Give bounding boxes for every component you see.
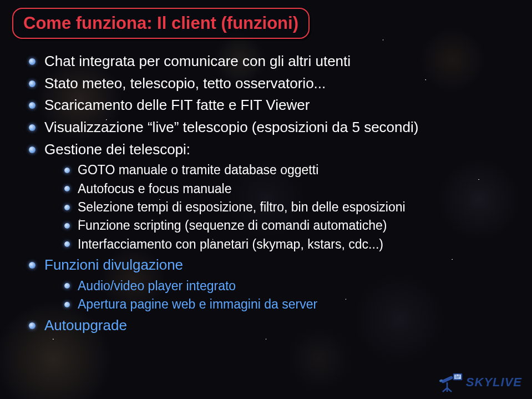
list-item-text: Scaricamento delle FIT fatte e FIT Viewe…	[44, 97, 310, 113]
bullet-list-level1: Chat integrata per comunicare con gli al…	[27, 51, 510, 336]
list-item-text: Autofocus e focus manuale	[78, 181, 231, 196]
list-item-text: Autoupgrade	[44, 317, 127, 334]
list-item-text: Selezione tempi di esposizione, filtro, …	[78, 200, 406, 214]
list-item-text: Visualizzazione “live” telescopio (espos…	[44, 119, 418, 135]
list-item: Scaricamento delle FIT fatte e FIT Viewe…	[27, 95, 510, 116]
list-item: Autoupgrade	[27, 315, 510, 336]
list-item-text: Gestione dei telescopi:	[44, 141, 190, 158]
telescope-icon	[439, 372, 463, 392]
list-item-text: Funzioni divulgazione	[44, 256, 183, 273]
bullet-list-level2: Audio/video player integrato Apertura pa…	[44, 277, 510, 314]
list-item: Gestione dei telescopi: GOTO manuale o t…	[27, 139, 510, 254]
list-item: Autofocus e focus manuale	[62, 180, 510, 198]
slide-title: Come funziona: Il client (funzioni)	[23, 13, 298, 33]
list-item: Funzione scripting (sequenze di comandi …	[62, 216, 510, 235]
list-item-text: Funzione scripting (sequenze di comandi …	[78, 218, 387, 233]
list-item-text: Chat integrata per comunicare con gli al…	[44, 53, 351, 69]
list-item: GOTO manuale o tramite database oggetti	[62, 161, 510, 179]
list-item: Interfacciamento con planetari (skymap, …	[62, 235, 510, 254]
list-item: Visualizzazione “live” telescopio (espos…	[27, 117, 510, 138]
list-item: Audio/video player integrato	[62, 277, 510, 295]
list-item-text: Audio/video player integrato	[78, 279, 236, 293]
list-item: Selezione tempi di esposizione, filtro, …	[62, 198, 510, 216]
list-item-text: Interfacciamento con planetari (skymap, …	[78, 237, 383, 251]
list-item-text: Apertura pagine web e immagini da server	[78, 297, 317, 311]
list-item: Chat integrata per comunicare con gli al…	[27, 51, 510, 72]
list-item-text: GOTO manuale o tramite database oggetti	[78, 163, 318, 177]
list-item-text: Stato meteo, telescopio, tetto osservato…	[44, 75, 326, 92]
bullet-list-level2: GOTO manuale o tramite database oggetti …	[44, 161, 510, 254]
list-item: Stato meteo, telescopio, tetto osservato…	[27, 73, 510, 94]
list-item: Apertura pagine web e immagini da server	[62, 295, 510, 314]
slide-title-box: Come funziona: Il client (funzioni)	[12, 8, 310, 39]
list-item: Funzioni divulgazione Audio/video player…	[27, 255, 510, 314]
skylive-logo: SKYLIVE	[439, 372, 522, 392]
logo-text: SKYLIVE	[466, 375, 522, 390]
slide-content: Chat integrata per comunicare con gli al…	[27, 51, 510, 337]
